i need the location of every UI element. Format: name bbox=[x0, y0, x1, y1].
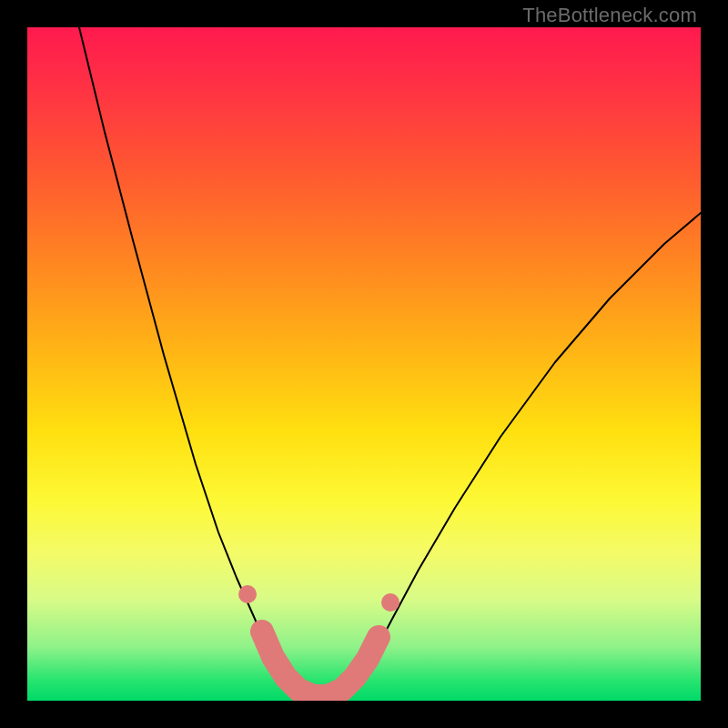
plot-area bbox=[27, 27, 701, 701]
watermark-text: TheBottleneck.com bbox=[522, 4, 697, 27]
dot-left bbox=[238, 585, 257, 603]
valley-highlight bbox=[262, 632, 379, 696]
curve-layer bbox=[27, 27, 701, 701]
outer-frame: TheBottleneck.com bbox=[0, 0, 728, 728]
marker-layer bbox=[238, 585, 399, 612]
dot-right bbox=[381, 593, 399, 612]
